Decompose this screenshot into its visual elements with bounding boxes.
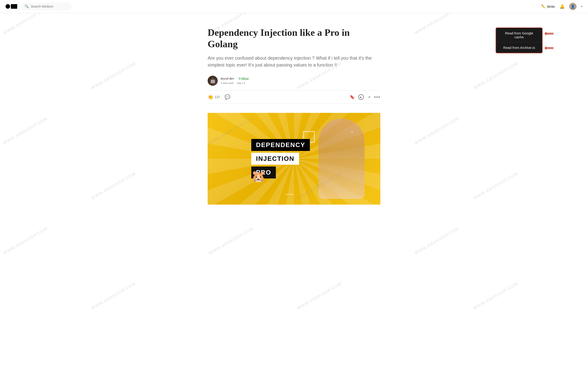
chevron-down-icon[interactable]: ▾ — [581, 5, 582, 8]
header: 🔍 ✏️ Write 🔔 👤 ▾ — [0, 0, 588, 13]
hero-badge-dependency: DEPENDENCY — [251, 139, 310, 151]
bookmark-button[interactable]: 🔖 — [350, 94, 355, 100]
arrows-container: ⟸ ⟸ — [544, 27, 553, 52]
author-avatar-icon: 🤖 — [210, 78, 216, 83]
clap-button[interactable]: 👏 137 — [208, 94, 220, 100]
dot-separator: · — [236, 77, 237, 81]
author-row: 🤖 dsysd dev · Follow 3 min read · Sep 13 — [208, 76, 380, 86]
squiggle-decoration: 〜〜 — [285, 192, 294, 198]
hero-content: DEPENDENCY INJECTION PRO 🐹 — [242, 130, 346, 188]
author-avatar[interactable]: 🤖 — [208, 76, 218, 86]
popup-overlay: Read from Google cache Read from Archive… — [496, 27, 553, 53]
popup-with-arrows: Read from Google cache Read from Archive… — [496, 27, 553, 53]
publish-date: Sep 13 — [237, 81, 245, 85]
pencil-icon: ✏️ — [541, 4, 545, 8]
read-google-cache-button[interactable]: Read from Google cache — [496, 28, 542, 42]
clap-icon: 👏 — [208, 94, 213, 100]
search-bar[interactable]: 🔍 — [21, 2, 71, 10]
hero-badge-injection: INJECTION — [251, 153, 299, 165]
hero-badge-pro: PRO 🐹 — [251, 167, 276, 178]
meta-dot: · — [235, 81, 235, 85]
more-button[interactable]: ••• — [374, 94, 380, 100]
popup-box: Read from Google cache Read from Archive… — [496, 27, 543, 53]
comment-button[interactable]: 💬 — [225, 94, 230, 100]
actions-bar: 👏 137 💬 🔖 ▶ ↗ ••• — [208, 90, 380, 104]
medium-logo[interactable] — [6, 4, 17, 9]
search-icon: 🔍 — [25, 4, 29, 8]
hero-image: DEPENDENCY INJECTION PRO 🐹 ✦ 〜〜 — [208, 113, 380, 205]
clap-count: 137 — [215, 95, 220, 99]
header-right: ✏️ Write 🔔 👤 ▾ — [541, 3, 582, 10]
read-time: 3 min read — [221, 81, 233, 85]
notifications-button[interactable]: 🔔 — [560, 4, 565, 9]
arrow-2-icon: ⟸ — [544, 44, 553, 52]
main-content: Dependency Injection like a Pro in Golan… — [202, 13, 386, 214]
read-archive-button[interactable]: Read from Archive.is — [496, 42, 542, 53]
write-button[interactable]: ✏️ Write — [541, 4, 555, 8]
comment-icon: 💬 — [225, 94, 230, 100]
author-meta: 3 min read · Sep 13 — [221, 81, 249, 85]
author-name-row: dsysd dev · Follow — [221, 77, 249, 81]
search-input[interactable] — [31, 5, 68, 8]
author-name[interactable]: dsysd dev — [221, 77, 234, 81]
article-subtitle: Are you ever confused about dependency i… — [208, 55, 380, 68]
article-title: Dependency Injection like a Pro in Golan… — [208, 27, 380, 50]
avatar[interactable]: 👤 — [569, 3, 577, 10]
arrow-1-icon: ⟸ — [544, 30, 553, 37]
follow-button[interactable]: Follow — [239, 77, 249, 81]
share-button[interactable]: ↗ — [367, 95, 371, 100]
actions-right: 🔖 ▶ ↗ ••• — [350, 94, 380, 100]
listen-button[interactable]: ▶ — [358, 94, 364, 100]
author-info: dsysd dev · Follow 3 min read · Sep 13 — [221, 77, 249, 85]
